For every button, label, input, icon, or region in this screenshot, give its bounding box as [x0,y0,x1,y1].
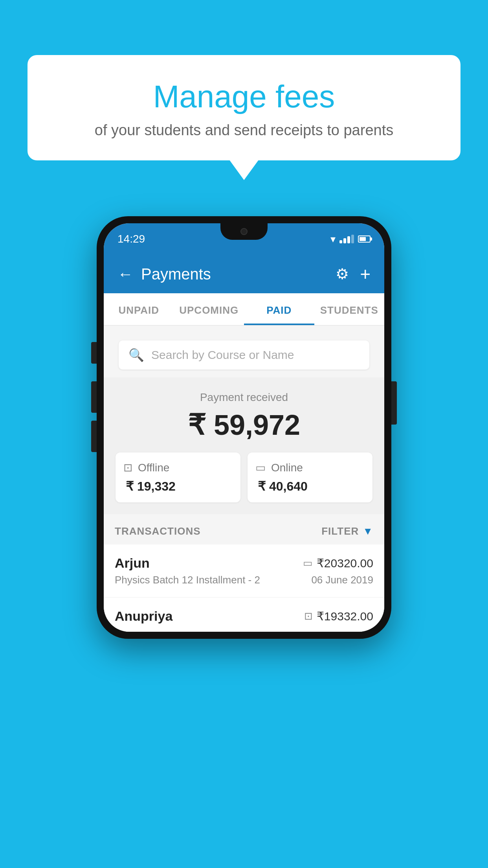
offline-card-header: ⊡ Offline [123,461,233,474]
search-bar[interactable]: 🔍 Search by Course or Name [119,340,369,370]
signal-bar-3 [347,236,350,243]
bubble-title: Manage fees [47,79,441,115]
offline-amount: ₹ 19,332 [123,479,233,494]
transaction-name: Arjun [115,555,150,571]
filter-button[interactable]: FILTER ▼ [321,525,373,537]
app-bar-right: ⚙ + [336,263,371,285]
transaction-amount-wrap: ▭ ₹20320.00 [303,556,373,570]
app-bar-title: Payments [141,265,211,283]
online-card-header: ▭ Online [255,461,365,474]
tab-paid[interactable]: PAID [244,293,314,325]
tab-upcoming[interactable]: UPCOMING [174,293,244,325]
transaction-name: Anupriya [115,609,172,624]
payment-received-label: Payment received [112,391,376,404]
transaction-partial-top: Anupriya ⊡ ₹19332.00 [115,609,373,624]
wifi-icon: ▾ [330,233,336,245]
phone-screen: 14:29 ▾ [104,223,384,632]
battery-icon [358,235,371,243]
tabs-bar: UNPAID UPCOMING PAID STUDENTS [104,293,384,326]
camera [240,228,248,235]
back-button[interactable]: ← [117,265,133,283]
status-time: 14:29 [117,233,145,245]
phone-device: 14:29 ▾ [97,216,391,639]
payment-total-amount: ₹ 59,972 [112,408,376,441]
transaction-row-top: Arjun ▭ ₹20320.00 [115,555,373,571]
bubble-subtitle: of your students and send receipts to pa… [47,122,441,139]
transaction-detail: Physics Batch 12 Installment - 2 [115,574,260,586]
transactions-label: TRANSACTIONS [115,525,201,537]
transaction-amount: ₹20320.00 [317,556,373,570]
online-amount: ₹ 40,640 [255,479,365,494]
signal-bar-4 [351,235,354,243]
power-button [391,381,397,425]
table-row[interactable]: Anupriya ⊡ ₹19332.00 [104,598,384,632]
offline-label: Offline [138,462,169,474]
payment-cards: ⊡ Offline ₹ 19,332 ▭ Online ₹ 40,640 [116,452,372,502]
battery-fill [360,237,366,241]
app-bar: ← Payments ⚙ + [104,255,384,293]
transaction-date: 06 June 2019 [311,574,373,586]
payment-summary: Payment received ₹ 59,972 ⊡ Offline ₹ 19… [104,377,384,514]
phone-outer: 14:29 ▾ [97,216,391,639]
online-card: ▭ Online ₹ 40,640 [248,452,372,502]
search-placeholder: Search by Course or Name [151,348,294,362]
transaction-row-bottom: Physics Batch 12 Installment - 2 06 June… [115,574,373,586]
volume-down-button [91,421,97,452]
transaction-amount-wrap: ⊡ ₹19332.00 [304,609,373,623]
card-payment-icon: ▭ [303,557,313,569]
app-bar-left: ← Payments [117,265,211,283]
tab-students[interactable]: STUDENTS [314,293,385,325]
search-icon: 🔍 [128,348,144,362]
transaction-amount: ₹19332.00 [317,609,373,623]
transactions-header: TRANSACTIONS FILTER ▼ [104,514,384,544]
offline-card: ⊡ Offline ₹ 19,332 [116,452,240,502]
notch [220,223,268,240]
settings-button[interactable]: ⚙ [336,265,349,283]
offline-icon: ⊡ [123,461,132,474]
signal-icon [339,235,354,243]
volume-up-button [91,381,97,413]
speech-bubble-container: Manage fees of your students and send re… [28,55,460,160]
status-icons: ▾ [330,233,371,245]
tab-unpaid[interactable]: UNPAID [104,293,174,325]
online-icon: ▭ [255,461,266,474]
online-label: Online [271,462,303,474]
filter-icon: ▼ [363,525,373,537]
speech-bubble: Manage fees of your students and send re… [28,55,460,160]
status-bar: 14:29 ▾ [104,223,384,255]
signal-bar-1 [339,240,342,243]
filter-label: FILTER [321,525,359,537]
cash-payment-icon: ⊡ [304,610,313,622]
signal-bar-2 [343,238,346,243]
table-row[interactable]: Arjun ▭ ₹20320.00 Physics Batch 12 Insta… [104,544,384,598]
add-button[interactable]: + [360,263,371,285]
